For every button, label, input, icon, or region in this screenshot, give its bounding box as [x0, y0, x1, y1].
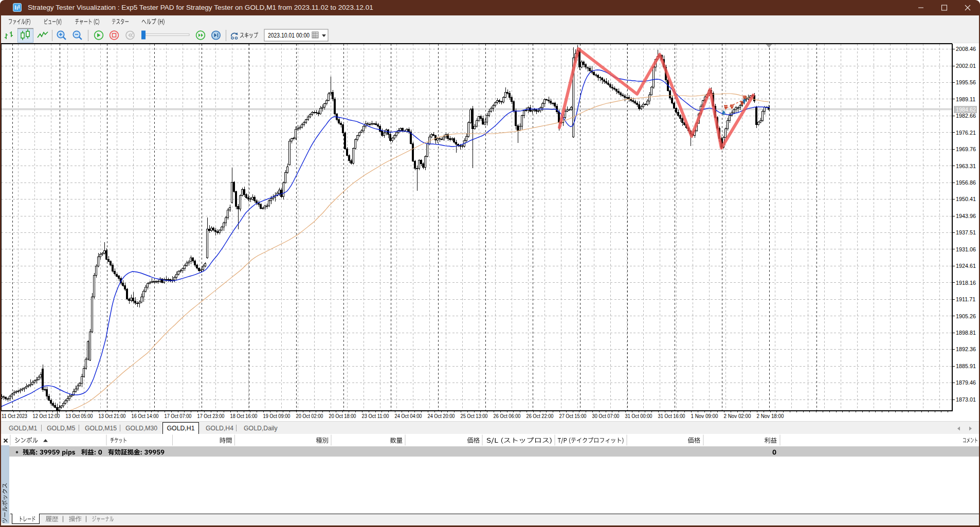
svg-text:26 Oct 06:00: 26 Oct 06:00: [494, 413, 521, 419]
svg-text:17 Oct 23:00: 17 Oct 23:00: [197, 413, 225, 419]
svg-text:1989.11: 1989.11: [956, 96, 975, 102]
svg-text:1969.76: 1969.76: [956, 146, 976, 152]
svg-text:1873.01: 1873.01: [956, 396, 976, 403]
svg-text:31 Oct 00:00: 31 Oct 00:00: [625, 413, 652, 419]
svg-text:13 Oct 21:00: 13 Oct 21:00: [99, 413, 126, 419]
svg-text:2002.01: 2002.01: [956, 63, 976, 69]
svg-text:2008.46: 2008.46: [956, 46, 976, 52]
svg-text:19 Oct 09:00: 19 Oct 09:00: [263, 413, 291, 419]
svg-text:1898.81: 1898.81: [956, 330, 976, 336]
svg-text:16 Oct 14:00: 16 Oct 14:00: [132, 413, 159, 419]
svg-text:1976.21: 1976.21: [956, 130, 976, 136]
svg-text:1892.36: 1892.36: [956, 346, 976, 352]
svg-text:20 Oct 18:00: 20 Oct 18:00: [329, 413, 356, 419]
svg-text:20 Oct 02:00: 20 Oct 02:00: [296, 413, 323, 419]
svg-text:1918.16: 1918.16: [956, 280, 976, 286]
svg-text:2 Nov 02:00: 2 Nov 02:00: [724, 413, 751, 419]
svg-text:25 Oct 13:00: 25 Oct 13:00: [461, 413, 488, 419]
svg-text:31 Oct 16:00: 31 Oct 16:00: [658, 413, 685, 419]
svg-text:18 Oct 16:00: 18 Oct 16:00: [230, 413, 258, 419]
svg-text:11 Oct 2023: 11 Oct 2023: [2, 413, 27, 419]
svg-text:1995.56: 1995.56: [956, 79, 976, 85]
svg-text:1911.71: 1911.71: [956, 296, 975, 302]
svg-text:1905.26: 1905.26: [956, 313, 976, 319]
svg-text:13 Oct 05:00: 13 Oct 05:00: [66, 413, 93, 419]
svg-text:1984.62: 1984.62: [956, 106, 976, 113]
svg-text:24 Oct 20:00: 24 Oct 20:00: [428, 413, 455, 419]
svg-text:1 Nov 09:00: 1 Nov 09:00: [691, 413, 718, 419]
svg-text:17 Oct 07:00: 17 Oct 07:00: [165, 413, 192, 419]
svg-text:1956.86: 1956.86: [956, 179, 976, 186]
svg-text:23 Oct 11:00: 23 Oct 11:00: [362, 413, 389, 419]
svg-text:2 Nov 18:00: 2 Nov 18:00: [757, 413, 784, 419]
svg-text:1885.91: 1885.91: [956, 363, 976, 369]
svg-text:12 Oct 12:00: 12 Oct 12:00: [33, 413, 60, 419]
svg-text:1879.46: 1879.46: [956, 379, 976, 386]
svg-text:1982.66: 1982.66: [956, 113, 976, 119]
svg-text:1950.41: 1950.41: [956, 196, 976, 202]
svg-text:1937.51: 1937.51: [956, 229, 976, 235]
svg-text:1931.06: 1931.06: [956, 246, 976, 252]
svg-text:27 Oct 15:00: 27 Oct 15:00: [559, 413, 587, 419]
svg-text:30 Oct 07:00: 30 Oct 07:00: [592, 413, 620, 419]
svg-text:1943.96: 1943.96: [956, 213, 976, 219]
svg-text:1963.31: 1963.31: [956, 163, 976, 169]
svg-text:26 Oct 22:00: 26 Oct 22:00: [527, 413, 554, 419]
svg-text:1924.61: 1924.61: [956, 263, 976, 269]
svg-text:24 Oct 04:00: 24 Oct 04:00: [395, 413, 422, 419]
